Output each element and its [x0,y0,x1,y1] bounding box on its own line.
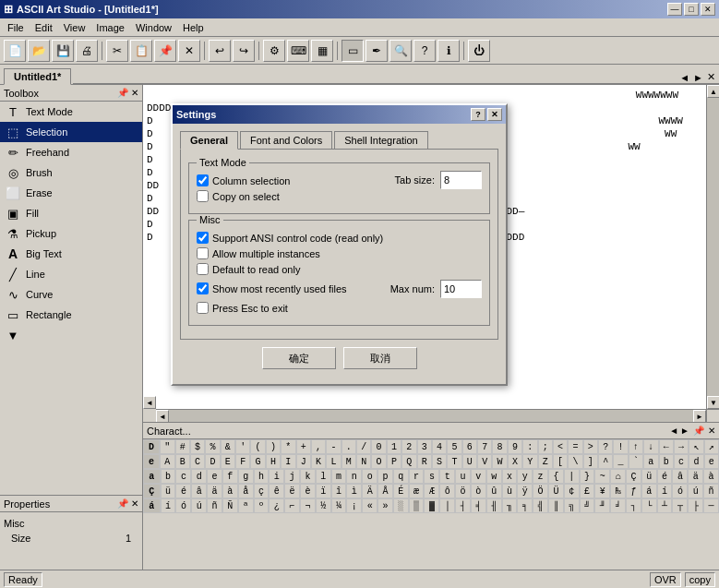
select-button[interactable]: ▭ [342,40,364,62]
char-cell[interactable]: ( [250,439,265,454]
undo-button[interactable]: ↩ [209,40,231,62]
char-cell[interactable]: à [222,484,238,498]
menu-file[interactable]: File [2,20,30,35]
char-cell[interactable]: ½ [316,498,331,513]
char-cell[interactable]: ╛ [610,498,626,513]
char-cell[interactable]: 1 [387,439,401,454]
tool-fill[interactable]: ▣ Fill [0,203,142,223]
char-cell[interactable]: f [222,469,238,484]
char-cell[interactable]: X [508,454,522,469]
new-button[interactable]: 📄 [4,40,26,62]
char-cell[interactable]: ^ [598,454,613,469]
copy-button[interactable]: 📋 [130,40,152,62]
tab-untitled1[interactable]: Untitled1* [4,68,71,85]
char-cell[interactable]: ò [471,484,486,498]
char-cell[interactable]: ú [688,484,703,498]
char-cell[interactable]: ↗ [704,439,719,454]
char-cell[interactable]: Å [377,484,393,498]
char-cell[interactable]: ü [641,469,657,484]
char-cell[interactable]: 3 [417,439,432,454]
char-cell[interactable]: « [362,498,377,513]
info-button[interactable]: ℹ [437,40,460,62]
save-button[interactable]: 💾 [52,40,74,62]
char-cell[interactable]: d [689,454,703,469]
char-cell[interactable]: í [161,498,176,513]
char-cell[interactable]: è [300,484,316,498]
char-cell[interactable]: k [300,469,316,484]
char-cell[interactable]: ║ [548,498,564,513]
minimize-button[interactable]: — [667,3,682,16]
char-cell[interactable]: ┬ [672,498,688,513]
char-cell[interactable]: . [342,439,356,454]
char-cell[interactable]: m [331,469,347,484]
char-cell[interactable]: F [235,454,250,469]
char-cell[interactable]: e [704,454,719,469]
char-cell[interactable]: Y [522,454,537,469]
char-cell[interactable]: ⌐ [284,498,300,513]
char-cell[interactable]: º [254,498,270,513]
print-button[interactable]: 🖨 [76,40,98,62]
char-cell[interactable]: w [486,469,502,484]
tool-erase[interactable]: ⬜ Erase [0,183,142,203]
keyboard-button[interactable]: ⌨ [287,40,309,62]
char-cell[interactable]: â [191,484,207,498]
char-cell[interactable]: å [238,484,254,498]
char-cell[interactable]: V [477,454,492,469]
char-cell[interactable]: ░ [393,498,409,513]
char-cell[interactable]: ~ [594,469,610,484]
char-cell[interactable]: ç [254,484,270,498]
char-cell[interactable]: c [175,469,191,484]
power-button[interactable]: ⏻ [468,40,490,62]
char-cell[interactable]: S [432,454,447,469]
char-cell[interactable]: & [221,439,235,454]
char-cell[interactable]: O [371,454,386,469]
tool-big-text[interactable]: A Big Text [0,244,142,264]
char-cell[interactable]: v [471,469,486,484]
char-cell[interactable]: t [439,469,455,484]
char-cell[interactable]: ) [266,439,281,454]
dialog-tab-font-colors[interactable]: Font and Colors [240,131,332,150]
char-cell[interactable]: ƒ [626,484,641,498]
settings-button[interactable]: ⚙ [263,40,285,62]
char-cell[interactable]: Ü [548,484,564,498]
char-cell[interactable]: = [568,439,582,454]
char-cell[interactable]: ï [316,484,331,498]
char-cell[interactable]: 6 [462,439,477,454]
char-cell[interactable]: 8 [492,439,507,454]
props-close[interactable]: ✕ [131,498,138,509]
char-cell[interactable]: e [207,469,222,484]
char-cell[interactable]: R [417,454,432,469]
char-cell[interactable]: ÿ [517,484,533,498]
tool-curve[interactable]: ∿ Curve [0,284,142,305]
char-cell[interactable]: ê [269,484,284,498]
tool-pickup[interactable]: ⚗ Pickup [0,223,142,244]
char-cell[interactable]: J [296,454,311,469]
char-cell[interactable]: / [356,439,371,454]
char-cell[interactable]: Ä [362,484,377,498]
tab-size-input[interactable] [440,171,482,189]
char-nav-left[interactable]: ◄ [669,426,678,436]
scroll-up-button[interactable]: ▲ [707,85,719,98]
paste-button[interactable]: 📌 [154,40,176,62]
char-cell[interactable]: A [160,454,174,469]
dialog-help-button[interactable]: ? [471,108,485,121]
char-cell[interactable]: \ [568,454,582,469]
char-nav-right[interactable]: ► [680,426,689,436]
char-cell[interactable]: ö [455,484,471,498]
char-cell[interactable]: { [548,469,564,484]
char-cell[interactable]: ä [207,484,222,498]
menu-view[interactable]: View [58,20,91,35]
char-cell[interactable]: M [342,454,356,469]
char-cell[interactable]: ┤ [455,498,471,513]
char-cell[interactable]: j [284,469,300,484]
char-cell[interactable]: ' [235,439,250,454]
dialog-close-button[interactable]: ✕ [487,108,502,121]
tool-freehand[interactable]: ✏ Freehand [0,142,142,162]
char-cell[interactable]: ← [659,439,674,454]
tool-line[interactable]: ╱ Line [0,264,142,284]
char-cell[interactable]: 0 [371,439,386,454]
char-cell[interactable]: é [657,469,673,484]
tab-nav-right[interactable]: ► [693,72,703,83]
dialog-ok-button[interactable]: 确定 [262,347,336,369]
char-cell[interactable]: ¥ [594,484,610,498]
